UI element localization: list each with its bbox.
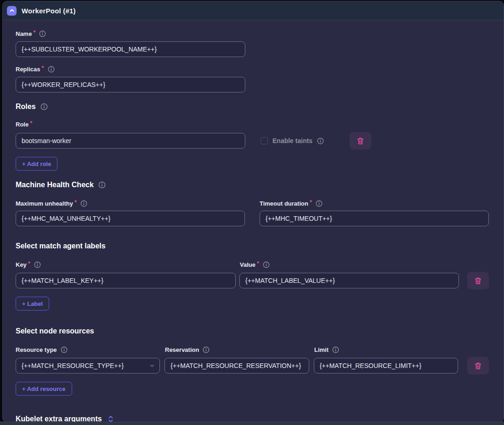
mhc-section-heading: Machine Health Check — [16, 181, 489, 189]
trash-icon — [474, 276, 482, 285]
limit-input[interactable] — [314, 358, 458, 373]
chevron-up-icon — [9, 8, 15, 13]
workerpool-page: WorkerPool (#1) Name * — [0, 0, 504, 425]
required-marker: * — [33, 29, 35, 36]
info-icon[interactable] — [40, 103, 48, 110]
roles-heading-text: Roles — [16, 103, 36, 111]
reservation-label: Reservation — [165, 346, 199, 353]
trash-icon — [356, 137, 365, 145]
resource-type-label: Resource type — [16, 346, 57, 353]
mhc-fields-row: Maximum unhealthy * Timeout duration — [16, 200, 489, 226]
node-resources-row: Resource type Reservation — [16, 346, 489, 396]
info-icon[interactable] — [263, 261, 270, 268]
replicas-field-group: Replicas * — [16, 65, 489, 92]
role-label: Role — [16, 121, 28, 128]
replicas-input[interactable] — [16, 77, 245, 92]
match-labels-heading-text: Select match agent labels — [16, 242, 106, 250]
node-resources-section-heading: Select node resources — [16, 327, 489, 335]
name-input[interactable] — [16, 41, 245, 57]
workerpool-card: WorkerPool (#1) Name * — [2, 1, 504, 422]
info-icon[interactable] — [317, 138, 324, 144]
match-labels-row: Key * Value * — [16, 261, 489, 310]
info-icon[interactable] — [39, 30, 46, 37]
panel-title: WorkerPool (#1) — [22, 7, 76, 15]
required-marker: * — [257, 260, 259, 267]
add-role-button[interactable]: + Add role — [16, 157, 57, 171]
resource-type-value: {++MATCH_RESOURCE_TYPE++} — [22, 362, 124, 369]
info-icon[interactable] — [48, 66, 55, 73]
workerpool-form: Name * Replicas * — [3, 20, 504, 422]
delete-label-button[interactable] — [467, 272, 489, 289]
match-label-key-input[interactable] — [16, 273, 236, 288]
info-icon[interactable] — [80, 200, 87, 207]
info-icon[interactable] — [332, 346, 339, 353]
required-marker: * — [28, 260, 30, 267]
delete-resource-button[interactable] — [467, 357, 489, 374]
match-labels-section-heading: Select match agent labels — [16, 242, 489, 250]
collapse-button[interactable] — [7, 6, 17, 16]
role-input[interactable] — [16, 133, 245, 149]
info-icon[interactable] — [61, 346, 68, 353]
enable-taints-group: Enable taints — [260, 137, 324, 144]
workerpool-accordion-header[interactable]: WorkerPool (#1) — [3, 1, 504, 20]
required-marker: * — [41, 64, 44, 71]
chevron-down-icon — [149, 363, 155, 368]
mhc-heading-text: Machine Health Check — [16, 181, 94, 189]
required-marker: * — [310, 199, 312, 206]
resource-type-select[interactable]: {++MATCH_RESOURCE_TYPE++} — [16, 358, 160, 373]
max-unhealthy-input[interactable] — [16, 211, 245, 226]
timeout-duration-label: Timeout duration — [260, 200, 308, 207]
enable-taints-label: Enable taints — [272, 137, 312, 144]
delete-role-button[interactable] — [350, 132, 371, 149]
replicas-label: Replicas — [16, 66, 40, 73]
node-resources-heading-text: Select node resources — [16, 327, 94, 335]
expand-collapse-icon[interactable] — [108, 415, 113, 422]
max-unhealthy-label: Maximum unhealthy — [16, 200, 73, 207]
enable-taints-checkbox[interactable] — [260, 137, 268, 144]
roles-section-heading: Roles — [16, 103, 489, 111]
timeout-duration-input[interactable] — [260, 211, 489, 226]
key-label: Key — [16, 261, 27, 268]
required-marker: * — [74, 199, 77, 206]
trash-icon — [474, 362, 482, 370]
name-label: Name — [16, 30, 32, 37]
info-icon[interactable] — [316, 200, 323, 207]
add-label-button[interactable]: + Label — [16, 297, 49, 310]
limit-label: Limit — [314, 346, 328, 353]
info-icon[interactable] — [98, 181, 106, 189]
kubelet-heading-text: Kubelet extra arguments — [16, 415, 102, 422]
name-field-group: Name * — [16, 30, 489, 57]
kubelet-section-heading: Kubelet extra arguments — [16, 415, 489, 422]
match-label-value-input[interactable] — [239, 273, 459, 288]
add-resource-button[interactable]: + Add resource — [16, 382, 72, 396]
reservation-input[interactable] — [164, 358, 309, 373]
value-label: Value — [240, 261, 255, 268]
info-icon[interactable] — [203, 346, 210, 353]
required-marker: * — [30, 120, 32, 126]
role-field-group: Role * Enable taints — [16, 121, 489, 171]
info-icon[interactable] — [34, 261, 41, 268]
